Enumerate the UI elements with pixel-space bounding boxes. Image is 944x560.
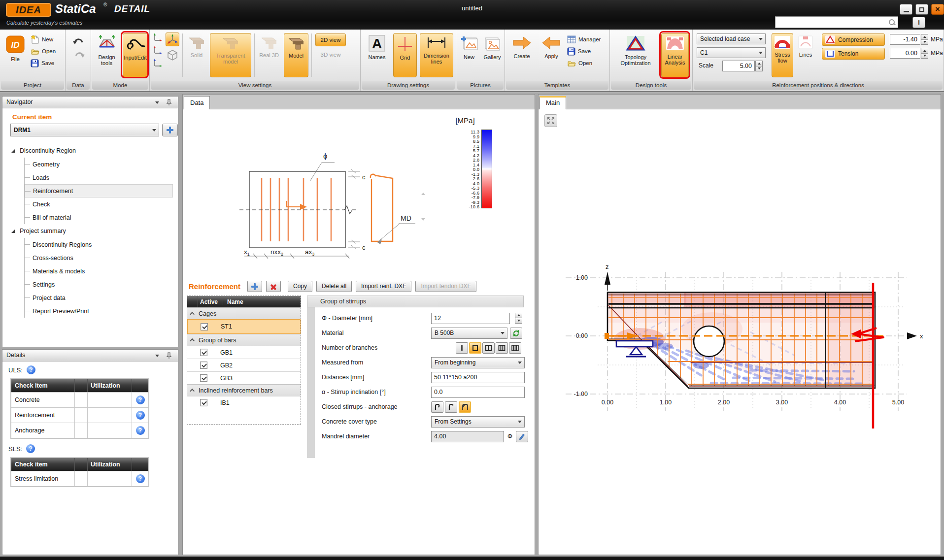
tree-node-discontinuity-region[interactable]: Discontinuity Region: [7, 144, 175, 158]
axis-xz-icon[interactable]: [153, 45, 163, 55]
row-help-icon[interactable]: ?: [136, 474, 145, 483]
template-create-button[interactable]: Create: [508, 33, 536, 78]
structure-scene[interactable]: z x 0.00 1.00 2.00 3.00 4.00 5.00 1: [539, 109, 941, 454]
anchorage-hook-button[interactable]: [431, 401, 443, 413]
template-open-button[interactable]: Open: [567, 57, 601, 69]
list-item-gb2[interactable]: GB2: [187, 359, 301, 371]
input-edit-button[interactable]: Input/Edit: [123, 33, 148, 77]
minimize-button[interactable]: [900, 4, 912, 15]
tree-node-discontinuity-regions[interactable]: Discontinuity Regions: [25, 238, 175, 251]
import-reinf-dxf-button[interactable]: Import reinf. DXF: [356, 281, 411, 292]
topology-optimization-button[interactable]: Topology Optimization: [613, 33, 658, 78]
compression-spinner[interactable]: [921, 34, 928, 45]
group-row-bars[interactable]: Group of bars: [187, 334, 301, 346]
active-checkbox[interactable]: [200, 374, 207, 382]
group-row-cages[interactable]: Cages: [187, 307, 301, 319]
anchorage-closed-button[interactable]: [459, 401, 471, 413]
active-checkbox[interactable]: [201, 323, 208, 330]
anchorage-bend-button[interactable]: [445, 401, 457, 413]
search-input[interactable]: [776, 17, 885, 27]
solid-button[interactable]: Solid: [185, 33, 208, 78]
pin-icon[interactable]: [166, 352, 172, 359]
info-button[interactable]: i: [912, 17, 925, 28]
list-item-ib1[interactable]: IB1: [187, 396, 301, 409]
lines-button[interactable]: Lines: [795, 33, 816, 77]
active-checkbox[interactable]: [200, 362, 207, 369]
main-content[interactable]: z x 0.00 1.00 2.00 3.00 4.00 5.00 1: [539, 109, 941, 555]
tree-node-loads[interactable]: Loads: [25, 171, 175, 184]
axis-xy-icon[interactable]: [153, 33, 163, 42]
template-save-button[interactable]: Save: [567, 45, 601, 57]
list-item-gb3[interactable]: GB3: [187, 371, 301, 384]
tree-node-reinforcement[interactable]: Reinforcement: [25, 184, 173, 198]
branches-4-button[interactable]: [496, 342, 508, 354]
details-menu-caret-icon[interactable]: [155, 355, 159, 357]
scale-spinner[interactable]: [755, 61, 763, 71]
dimension-lines-button[interactable]: Dimension lines: [420, 33, 453, 77]
perspective-button[interactable]: [167, 49, 178, 63]
save-button[interactable]: Save: [31, 57, 56, 69]
add-item-button[interactable]: [162, 124, 178, 136]
material-refresh-button[interactable]: [510, 328, 522, 339]
scroll-down-icon[interactable]: [420, 217, 426, 223]
active-checkbox[interactable]: [200, 399, 207, 406]
transparent-model-button[interactable]: Transparent model: [210, 33, 251, 77]
tab-main[interactable]: Main: [539, 96, 566, 110]
new-button[interactable]: New: [31, 33, 56, 45]
picture-new-button[interactable]: New: [458, 33, 480, 78]
maximize-button[interactable]: [915, 4, 928, 15]
branches-2-button[interactable]: [469, 342, 481, 354]
row-help-icon[interactable]: ?: [136, 395, 145, 404]
group-row-inclined[interactable]: Inclined reinforcement bars: [187, 384, 301, 396]
row-help-icon[interactable]: ?: [136, 426, 145, 435]
open-button[interactable]: Open: [31, 45, 56, 57]
measured-from-select[interactable]: From beginning: [431, 357, 525, 368]
tree-node-geometry[interactable]: Geometry: [25, 158, 175, 171]
pin-icon[interactable]: [166, 99, 172, 106]
row-help-icon[interactable]: ?: [136, 411, 145, 420]
tree-node-project-data[interactable]: Project data: [25, 291, 175, 304]
grid-button[interactable]: Grid: [393, 33, 417, 77]
view-3d-button[interactable]: 3D view: [315, 49, 346, 61]
tension-button[interactable]: Tension: [822, 48, 885, 60]
uls-help-icon[interactable]: ?: [27, 365, 35, 374]
navigator-menu-caret-icon[interactable]: [155, 101, 159, 104]
branches-1-button[interactable]: [456, 342, 468, 354]
diameter-spinner[interactable]: [515, 313, 522, 324]
model-button[interactable]: Model: [284, 33, 308, 77]
add-reinforcement-button[interactable]: [247, 281, 262, 292]
sls-help-icon[interactable]: ?: [26, 444, 35, 453]
branches-3-button[interactable]: [482, 342, 495, 354]
scroll-up-icon[interactable]: [420, 191, 426, 197]
tension-value-input[interactable]: 0.00: [890, 48, 920, 59]
copy-button[interactable]: Copy: [288, 281, 312, 292]
expand-triangle-icon[interactable]: [11, 149, 15, 153]
list-item-st1[interactable]: ST1: [187, 319, 301, 334]
cover-type-select[interactable]: From Settings: [431, 416, 525, 428]
diameter-input[interactable]: [431, 313, 510, 324]
load-case-select[interactable]: C1: [697, 47, 766, 58]
mandrel-edit-button[interactable]: [516, 431, 528, 442]
axis-zy-icon[interactable]: [153, 58, 163, 68]
material-select[interactable]: B 500B: [431, 328, 507, 339]
compression-value-input[interactable]: -1.40: [890, 34, 920, 45]
template-manager-button[interactable]: Manager: [567, 33, 601, 45]
close-button[interactable]: ×: [931, 4, 944, 15]
stress-flow-button[interactable]: Stress flow: [772, 33, 793, 77]
active-checkbox[interactable]: [200, 349, 207, 356]
tree-node-materials-models[interactable]: Materials & models: [25, 264, 175, 278]
expand-triangle-icon[interactable]: [11, 230, 15, 233]
template-apply-button[interactable]: Apply: [538, 33, 565, 78]
branches-5-button[interactable]: [509, 342, 521, 354]
tree-node-settings[interactable]: Settings: [25, 278, 175, 291]
tension-spinner[interactable]: [921, 48, 928, 59]
tree-node-bill-of-material[interactable]: Bill of material: [25, 211, 175, 224]
tree-node-check[interactable]: Check: [25, 198, 175, 211]
delete-reinforcement-button[interactable]: [266, 281, 281, 292]
inclination-input[interactable]: [431, 387, 525, 398]
redo-button[interactable]: [73, 51, 85, 62]
view-2d-button[interactable]: 2D view: [315, 33, 346, 46]
tree-node-project-summary[interactable]: Project summary: [7, 224, 175, 238]
compression-button[interactable]: Compression: [822, 33, 885, 46]
real-3d-button[interactable]: Real 3D: [257, 33, 281, 78]
